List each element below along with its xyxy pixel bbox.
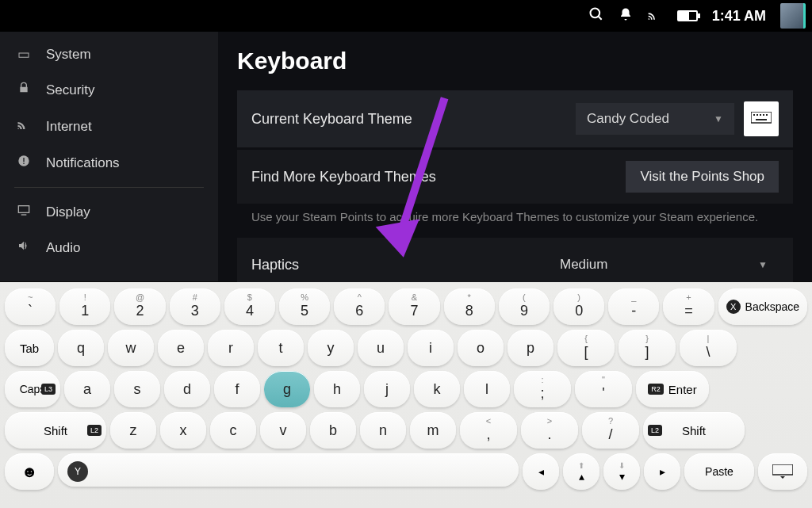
key-3[interactable]: #3	[170, 288, 220, 325]
theme-label: Current Keyboard Theme	[251, 111, 576, 128]
sidebar-divider	[14, 187, 204, 188]
key-a[interactable]: a	[64, 371, 110, 407]
key-5[interactable]: %5	[279, 288, 330, 325]
key-`[interactable]: ~`	[5, 288, 56, 325]
key--[interactable]: _-	[608, 288, 659, 325]
sidebar-item-label: Audio	[46, 240, 80, 256]
key-n[interactable]: n	[360, 412, 406, 449]
sidebar-item-security[interactable]: Security	[0, 72, 218, 108]
avatar[interactable]	[780, 3, 806, 29]
key-k[interactable]: k	[414, 371, 460, 407]
key-emoji[interactable]: ☻	[5, 453, 54, 490]
sidebar-item-label: Internet	[46, 119, 92, 135]
key-r[interactable]: r	[208, 330, 254, 366]
svg-line-1	[598, 16, 601, 19]
chevron-down-icon: ▼	[714, 113, 723, 124]
system-icon: ▭	[16, 46, 32, 63]
key-1[interactable]: !1	[59, 288, 110, 325]
svg-rect-3	[23, 158, 24, 162]
svg-rect-13	[756, 119, 767, 120]
key-,[interactable]: <,	[460, 412, 517, 449]
key-.[interactable]: >.	[521, 412, 578, 449]
top-bar: 1:41 AM	[0, 0, 812, 32]
key-h[interactable]: h	[314, 371, 360, 407]
key-enter[interactable]: R2Enter	[636, 371, 709, 407]
theme-dropdown[interactable]: Candy Coded ▼	[576, 103, 734, 135]
key-space[interactable]	[58, 453, 519, 487]
key-g[interactable]: g	[264, 371, 310, 407]
key-j[interactable]: j	[364, 371, 410, 407]
key-2[interactable]: @2	[114, 288, 165, 325]
key-;[interactable]: :;	[514, 371, 571, 407]
key-i[interactable]: i	[408, 330, 454, 366]
bell-icon[interactable]	[619, 6, 633, 26]
key-z[interactable]: z	[110, 412, 156, 449]
key-\[interactable]: |\	[680, 330, 737, 366]
content: Keyboard Current Keyboard Theme Candy Co…	[218, 32, 812, 281]
key-paste[interactable]: Paste	[684, 453, 754, 490]
lock-icon	[16, 82, 32, 98]
key-x[interactable]: x	[160, 412, 206, 449]
key-y[interactable]: y	[308, 330, 354, 366]
key-arrow-down[interactable]: ⬇▾	[603, 453, 640, 490]
key-t[interactable]: t	[258, 330, 304, 366]
sidebar-item-system[interactable]: ▭ System	[0, 36, 218, 72]
chevron-down-icon: ▼	[758, 259, 768, 270]
wifi-icon	[16, 117, 32, 136]
key-s[interactable]: s	[114, 371, 160, 407]
key-u[interactable]: u	[358, 330, 404, 366]
key-v[interactable]: v	[260, 412, 306, 449]
key-l[interactable]: l	[464, 371, 510, 407]
svg-rect-12	[766, 114, 768, 116]
key-c[interactable]: c	[210, 412, 256, 449]
key-w[interactable]: w	[108, 330, 154, 366]
sidebar-item-audio[interactable]: Audio	[0, 230, 218, 265]
search-icon[interactable]	[588, 6, 604, 26]
key-e[interactable]: e	[158, 330, 204, 366]
points-shop-button[interactable]: Visit the Points Shop	[626, 161, 779, 193]
alert-icon	[16, 155, 32, 171]
key-shift-left[interactable]: ShiftL2	[5, 412, 106, 449]
sidebar-item-label: Security	[46, 82, 94, 98]
svg-rect-11	[763, 114, 764, 116]
key-7[interactable]: &7	[389, 288, 439, 325]
key-caps[interactable]: CapsL3	[5, 371, 60, 407]
key-q[interactable]: q	[58, 330, 104, 366]
key-b[interactable]: b	[310, 412, 356, 449]
key-arrow-left[interactable]: ◂	[523, 453, 559, 490]
key-p[interactable]: p	[508, 330, 553, 366]
key-shift-right[interactable]: L2Shift	[643, 412, 745, 449]
keyboard-toggle-button[interactable]	[744, 101, 779, 136]
more-themes-label: Find More Keyboard Themes	[251, 169, 626, 185]
virtual-keyboard: ~`!1@2#3$4%5^6&7*8(9)0_-+=XBackspace Tab…	[0, 282, 812, 508]
key-=[interactable]: +=	[663, 288, 714, 325]
key-9[interactable]: (9	[499, 288, 550, 325]
sidebar-item-label: Display	[46, 204, 90, 220]
sidebar-item-internet[interactable]: Internet	[0, 108, 218, 145]
y-badge: Y	[67, 461, 88, 482]
key-f[interactable]: f	[214, 371, 260, 407]
key-backspace[interactable]: XBackspace	[718, 288, 807, 325]
key-d[interactable]: d	[164, 371, 210, 407]
cast-icon[interactable]	[647, 6, 663, 26]
shop-row: Find More Keyboard Themes Visit the Poin…	[237, 150, 793, 204]
haptics-dropdown[interactable]: Medium ▼	[549, 249, 779, 281]
key-/[interactable]: ?/	[582, 412, 639, 449]
key-o[interactable]: o	[458, 330, 504, 366]
key-4[interactable]: $4	[224, 288, 275, 325]
key-8[interactable]: *8	[444, 288, 495, 325]
key-[[interactable]: {[	[557, 330, 615, 366]
key-6[interactable]: ^6	[334, 288, 385, 325]
sidebar-item-display[interactable]: Display	[0, 194, 218, 230]
key-][interactable]: }]	[619, 330, 676, 366]
key-tab[interactable]: Tab	[5, 330, 54, 366]
svg-rect-7	[751, 112, 772, 123]
key-arrow-right[interactable]: ▸	[644, 453, 680, 490]
key-hide-keyboard[interactable]	[758, 453, 807, 490]
key-'[interactable]: "'	[575, 371, 632, 407]
svg-rect-10	[760, 114, 761, 116]
key-m[interactable]: m	[410, 412, 456, 449]
key-0[interactable]: )0	[553, 288, 604, 325]
sidebar-item-notifications[interactable]: Notifications	[0, 145, 218, 181]
key-arrow-up[interactable]: ⬆▴	[563, 453, 599, 490]
